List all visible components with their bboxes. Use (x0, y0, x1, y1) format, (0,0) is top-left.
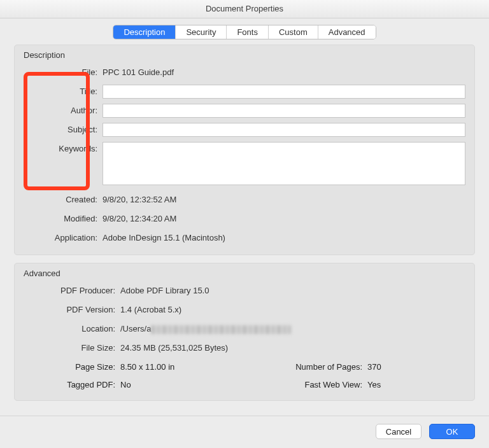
tab-advanced[interactable]: Advanced (318, 25, 376, 39)
producer-label: PDF Producer: (15, 284, 120, 298)
description-panel: Description File: PPC 101 Guide.pdf Titl… (14, 45, 475, 255)
window-title: Document Properties (0, 0, 489, 18)
application-label: Application: (15, 231, 103, 245)
file-value: PPC 101 Guide.pdf (103, 66, 465, 80)
location-prefix: /Users/a (120, 324, 151, 333)
numpages-value: 370 (367, 360, 465, 374)
filesize-label: File Size: (15, 341, 120, 355)
location-redacted (151, 325, 291, 334)
location-label: Location: (15, 322, 120, 336)
tab-description[interactable]: Description (113, 25, 176, 39)
advanced-panel: Advanced PDF Producer: Adobe PDF Library… (14, 263, 475, 401)
filesize-value: 24.35 MB (25,531,025 Bytes) (120, 341, 465, 355)
modified-value: 9/8/20, 12:34:20 AM (103, 212, 465, 226)
tab-security[interactable]: Security (176, 25, 227, 39)
version-value: 1.4 (Acrobat 5.x) (120, 303, 465, 317)
version-label: PDF Version: (15, 303, 120, 317)
fastweb-label: Fast Web View: (248, 378, 367, 392)
ok-button[interactable]: OK (429, 424, 475, 439)
file-label: File: (15, 66, 103, 80)
author-label: Author: (15, 104, 103, 118)
description-heading: Description (15, 45, 474, 64)
keywords-input[interactable] (103, 142, 465, 185)
cancel-button[interactable]: Cancel (376, 424, 422, 439)
title-label: Title: (15, 85, 103, 99)
modified-label: Modified: (15, 212, 103, 226)
application-value: Adobe InDesign 15.1 (Macintosh) (103, 231, 465, 245)
tab-custom[interactable]: Custom (269, 25, 318, 39)
dialog-buttons: Cancel OK (376, 424, 475, 439)
tagged-value: No (120, 378, 248, 392)
created-label: Created: (15, 193, 103, 207)
title-input[interactable] (103, 85, 465, 99)
created-value: 9/8/20, 12:32:52 AM (103, 193, 465, 207)
fastweb-value: Yes (367, 378, 465, 392)
document-properties-window: Document Properties Description Security… (0, 0, 489, 448)
producer-value: Adobe PDF Library 15.0 (120, 284, 465, 298)
keywords-label: Keywords: (15, 142, 103, 156)
footer-divider (0, 416, 489, 416)
author-input[interactable] (103, 104, 465, 118)
tagged-label: Tagged PDF: (15, 378, 120, 392)
tab-bar: Description Security Fonts Custom Advanc… (0, 25, 489, 39)
subject-label: Subject: (15, 123, 103, 137)
numpages-label: Number of Pages: (248, 360, 367, 374)
subject-input[interactable] (103, 123, 465, 137)
pagesize-label: Page Size: (15, 360, 120, 374)
advanced-heading: Advanced (15, 263, 474, 282)
location-value: /Users/a (120, 322, 465, 336)
tab-fonts[interactable]: Fonts (227, 25, 269, 39)
pagesize-value: 8.50 x 11.00 in (120, 360, 248, 374)
